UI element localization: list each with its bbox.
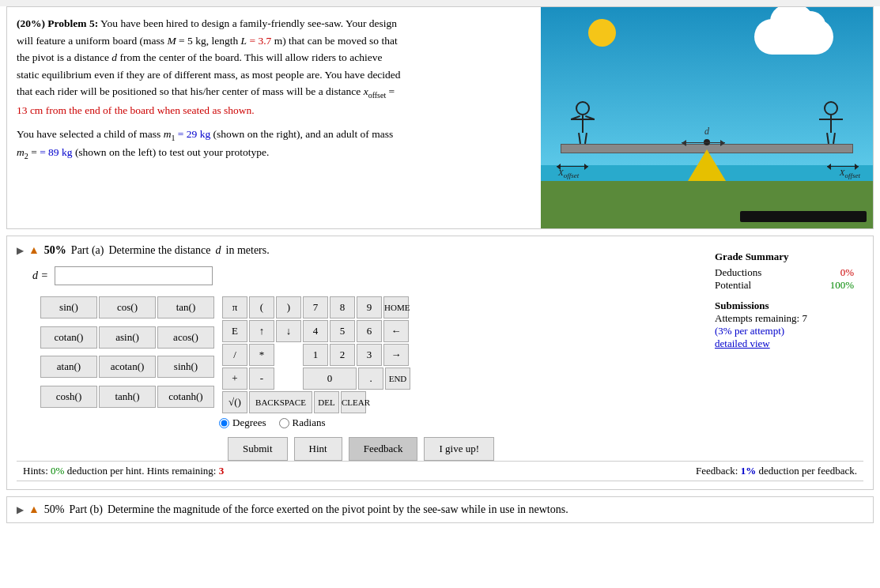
acotan-button[interactable]: acotan()	[99, 356, 156, 378]
n3-button[interactable]: 3	[357, 344, 382, 366]
submissions-title: Submissions	[715, 300, 854, 312]
hint-button[interactable]: Hint	[294, 437, 342, 461]
d-label: d	[704, 126, 709, 138]
cosh-button[interactable]: cosh()	[40, 386, 97, 408]
part-b-section: ▶ ▲ 50% Part (b) Determine the magnitude…	[6, 496, 874, 523]
warning-icon-a: ▲	[28, 244, 40, 257]
n5-button[interactable]: 5	[330, 320, 355, 342]
detailed-view-link[interactable]: detailed view	[715, 337, 770, 349]
n9-button[interactable]: 9	[357, 296, 382, 318]
hints-text: deduction per hint. Hints remaining:	[67, 465, 217, 477]
cloud	[754, 19, 833, 55]
part-b-percent: 50%	[44, 503, 65, 516]
grade-summary-title: Grade Summary	[715, 251, 854, 263]
submissions-section: Submissions Attempts remaining: 7 (3% pe…	[715, 300, 854, 350]
radians-label: Radians	[293, 416, 326, 429]
clear-button[interactable]: CLEAR	[341, 391, 366, 413]
d-equals-label: d =	[32, 270, 48, 282]
play-icon-b: ▶	[17, 504, 24, 516]
hints-remaining: 3	[219, 465, 225, 477]
pivot-triangle	[688, 149, 726, 181]
tan-button[interactable]: tan()	[157, 296, 214, 318]
part-a-desc2: in meters.	[226, 244, 270, 257]
attempts-value: 7	[802, 312, 807, 324]
hints-pct: 0%	[51, 465, 64, 477]
pct-attempt-line: (3% per attempt)	[715, 325, 854, 337]
part-a-desc: Determine the distance	[108, 244, 210, 257]
part-b-label: Part (b)	[70, 503, 103, 516]
function-buttons: sin() cos() tan() cotan() asin() acos() …	[40, 296, 214, 413]
potential-row: Potential 100%	[715, 279, 854, 292]
dot-button[interactable]: .	[358, 368, 383, 390]
hints-right: Feedback: 1% deduction per feedback.	[696, 465, 857, 477]
problem-header: (20%) Problem 5:	[17, 17, 98, 29]
play-icon: ▶	[17, 245, 24, 257]
slash-button[interactable]: /	[222, 344, 247, 366]
n0-button[interactable]: 0	[303, 368, 357, 390]
minus-button[interactable]: -	[249, 368, 274, 390]
plus-button[interactable]: +	[222, 368, 247, 390]
warning-icon-b: ▲	[28, 503, 40, 516]
calculator-keypad: sin() cos() tan() cotan() asin() acos() …	[17, 296, 705, 413]
n6-button[interactable]: 6	[357, 320, 382, 342]
part-a-percent: 50%	[44, 244, 66, 257]
close-paren-button[interactable]: )	[276, 296, 301, 318]
degrees-label: Degrees	[232, 416, 266, 429]
deductions-row: Deductions 0%	[715, 266, 854, 279]
asin-button[interactable]: asin()	[99, 326, 156, 349]
pi-button[interactable]: π	[222, 296, 247, 318]
deductions-label: Deductions	[715, 266, 761, 279]
backspace-button[interactable]: BACKSPACE	[249, 391, 312, 413]
n2-button[interactable]: 2	[330, 344, 355, 366]
feedback-button[interactable]: Feedback	[349, 437, 418, 461]
degrees-radio[interactable]	[219, 418, 229, 428]
atan-button[interactable]: atan()	[40, 356, 97, 378]
left-arrow-button[interactable]: ←	[383, 320, 409, 342]
sun	[588, 19, 616, 47]
radians-radio[interactable]	[279, 418, 289, 428]
answer-input[interactable]	[55, 266, 213, 285]
tanh-button[interactable]: tanh()	[99, 386, 156, 408]
del-button[interactable]: DEL	[314, 391, 339, 413]
radians-option[interactable]: Radians	[279, 416, 326, 429]
home-button[interactable]: HOME	[383, 296, 409, 318]
n1-button[interactable]: 1	[303, 344, 328, 366]
sqrt-button[interactable]: √()	[222, 391, 247, 413]
input-row: d =	[17, 266, 705, 285]
num-row-5: √() BACKSPACE DEL CLEAR	[222, 391, 410, 413]
n4-button[interactable]: 4	[303, 320, 328, 342]
sinh-button[interactable]: sinh()	[157, 356, 214, 378]
sin-button[interactable]: sin()	[40, 296, 97, 318]
acos-button[interactable]: acos()	[157, 326, 214, 349]
n8-button[interactable]: 8	[330, 296, 355, 318]
up-arrow-button[interactable]: ↑	[249, 320, 274, 342]
cotanh-button[interactable]: cotanh()	[157, 386, 214, 408]
num-row-2: E ↑ ↓ 4 5 6 ←	[222, 320, 410, 342]
degrees-option[interactable]: Degrees	[219, 416, 266, 429]
give-up-button[interactable]: I give up!	[424, 437, 494, 461]
n7-button[interactable]: 7	[303, 296, 328, 318]
potential-label: Potential	[715, 279, 751, 292]
star-button[interactable]: *	[249, 344, 274, 366]
open-paren-button[interactable]: (	[249, 296, 274, 318]
end-button[interactable]: END	[385, 368, 410, 390]
detailed-view-line: detailed view	[715, 337, 854, 350]
cotan-button[interactable]: cotan()	[40, 326, 97, 349]
num-row-4: + - 0 . END	[222, 368, 410, 390]
problem-text: (20%) Problem 5: You have been hired to …	[7, 7, 541, 228]
seesaw-diagram: d	[541, 7, 873, 228]
cos-button[interactable]: cos()	[99, 296, 156, 318]
down-arrow-button[interactable]: ↓	[276, 320, 301, 342]
part-b-desc: Determine the magnitude of the force exe…	[108, 503, 568, 516]
feedback-pct: 1%	[741, 465, 757, 477]
problem-line1: You have been hired to design a family-f…	[100, 17, 397, 29]
e-button[interactable]: E	[222, 320, 247, 342]
xoffset-arrow-left	[557, 166, 588, 167]
attempts-label: Attempts remaining:	[715, 312, 799, 324]
submit-button[interactable]: Submit	[228, 437, 288, 461]
d-arrow	[682, 142, 725, 143]
action-buttons: Submit Hint Feedback I give up!	[17, 437, 705, 461]
right-arrow-button[interactable]: →	[383, 344, 409, 366]
grade-summary: Grade Summary Deductions 0% Potential 10…	[705, 244, 863, 461]
feedback-text: deduction per feedback.	[758, 465, 857, 477]
